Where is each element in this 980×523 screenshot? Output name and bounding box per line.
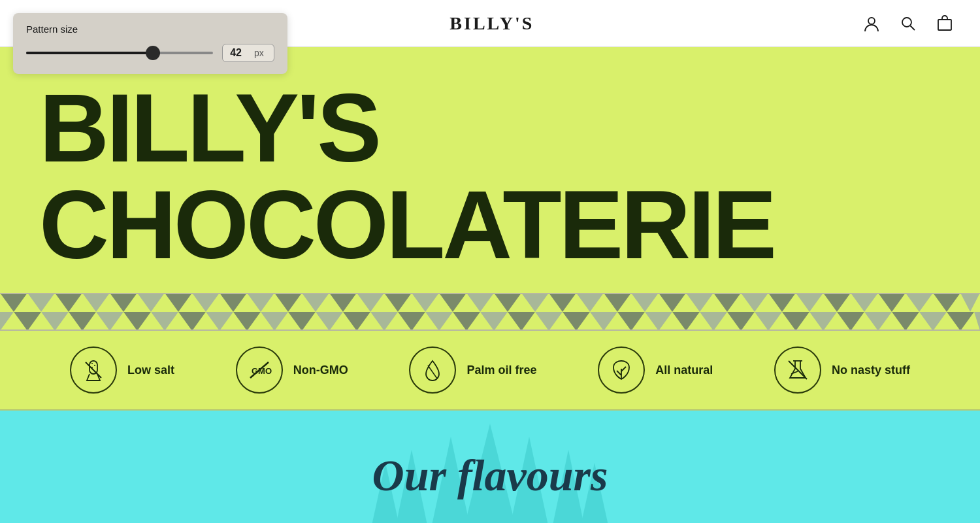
badge-label-palm-oil: Palm oil free [466,363,536,377]
hero-title: BILLY'S CHOCOLATERIE [39,80,941,273]
pattern-size-panel: Pattern size px [13,13,287,74]
badge-all-natural: All natural [598,346,713,394]
slider-fill [26,52,153,54]
drop-icon [419,357,446,383]
badge-circle-all-natural [598,346,645,394]
badge-label-low-salt: Low salt [127,363,174,377]
slider-thumb[interactable] [146,46,160,60]
pattern-size-input[interactable] [228,47,252,59]
search-icon[interactable] [899,14,917,33]
pattern-panel-title: Pattern size [26,24,274,35]
badge-palm-oil-free: Palm oil free [409,346,536,394]
svg-point-1 [902,18,911,27]
cart-icon[interactable] [936,14,954,33]
badge-low-salt: Low salt [70,346,174,394]
user-icon[interactable] [862,14,881,33]
hero-section: BILLY'S CHOCOLATERIE [0,47,980,293]
slider-row: px [26,44,274,62]
pattern-triangles: // We'll use SVG path data for the patte… [0,293,980,331]
flavours-title: Our flavours [372,450,608,501]
badge-circle-non-gmo: GMO [236,346,283,394]
no-chemicals-icon [785,357,811,383]
svg-line-90 [791,371,798,374]
svg-point-0 [868,18,875,24]
pattern-slider-track[interactable] [26,52,213,54]
badge-circle-no-nasty [774,346,821,394]
svg-line-82 [86,362,101,378]
px-unit-label: px [254,48,264,58]
svg-line-88 [617,371,621,375]
badge-non-gmo: GMO Non-GMO [236,346,348,394]
badge-no-nasty-stuff: No nasty stuff [774,346,910,394]
badge-circle-palm-oil [409,346,456,394]
svg-line-87 [621,367,626,371]
salt-shaker-icon [80,357,106,383]
pattern-border: // We'll use SVG path data for the patte… [0,293,980,331]
svg-rect-3 [938,20,951,30]
badge-label-no-nasty: No nasty stuff [832,363,910,377]
nav-right [862,14,954,33]
site-logo[interactable]: BILLY'S [449,13,534,34]
badges-row: Low salt GMO Non-GMO Palm oil free [0,331,980,411]
svg-line-85 [428,365,437,379]
leaf-icon [608,357,634,383]
gmo-crossed-icon: GMO [246,357,272,383]
badge-circle-low-salt [70,346,117,394]
badge-label-all-natural: All natural [655,363,713,377]
badge-label-non-gmo: Non-GMO [293,363,348,377]
svg-line-2 [910,25,915,30]
flavours-section: Our flavours [0,411,980,523]
px-input-wrap: px [222,44,274,62]
